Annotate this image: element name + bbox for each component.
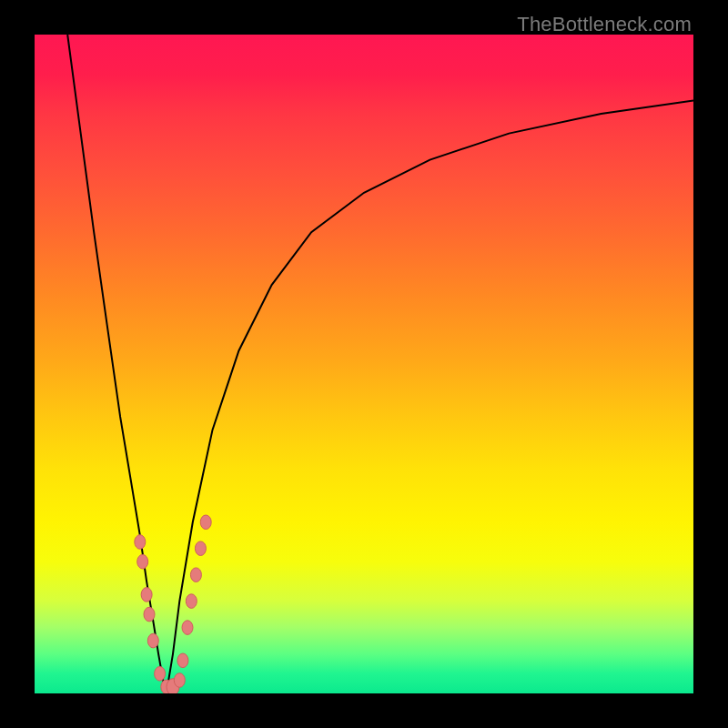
data-marker bbox=[195, 541, 206, 556]
data-markers bbox=[135, 515, 211, 693]
chart-frame: TheBottleneck.com bbox=[0, 0, 728, 728]
data-marker bbox=[186, 594, 197, 609]
data-marker bbox=[174, 673, 185, 688]
data-marker bbox=[155, 667, 166, 682]
data-marker bbox=[182, 621, 193, 635]
data-marker bbox=[147, 633, 158, 648]
data-marker bbox=[135, 535, 146, 550]
data-marker bbox=[177, 653, 188, 668]
curve-right bbox=[167, 100, 693, 693]
data-marker bbox=[200, 515, 211, 530]
data-marker bbox=[144, 607, 155, 622]
data-marker bbox=[190, 568, 201, 582]
watermark-text: TheBottleneck.com bbox=[517, 13, 692, 36]
data-marker bbox=[137, 554, 148, 569]
chart-svg bbox=[35, 35, 693, 693]
plot-area bbox=[35, 35, 693, 693]
data-marker bbox=[141, 588, 152, 602]
